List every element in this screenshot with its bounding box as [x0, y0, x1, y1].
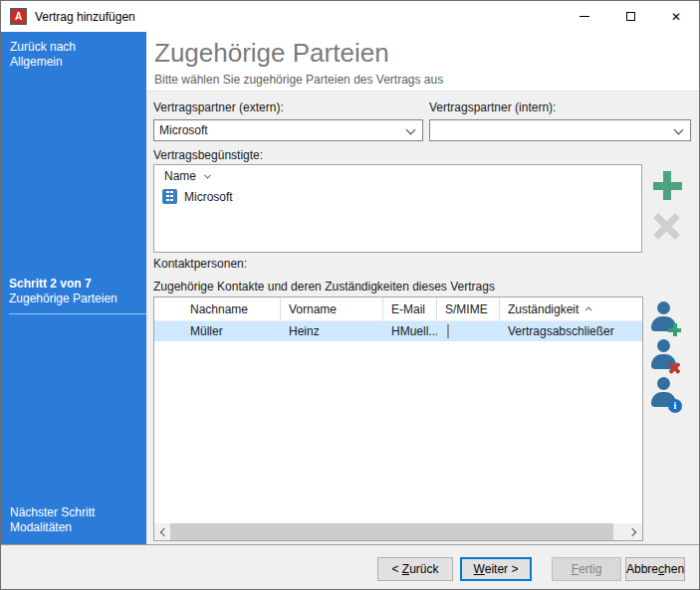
beneficiaries-list[interactable]: Name Microsoft	[153, 164, 642, 253]
contacts-table-header: Nachname Vorname E-Mail S/MIME Zuständig…	[154, 297, 642, 321]
contact-info-button[interactable]	[650, 377, 684, 411]
page-content: Vertragspartner (extern): Microsoft Vert…	[146, 91, 699, 544]
sidebar-next-step: Nächster Schritt Modalitäten	[10, 505, 95, 535]
close-icon	[671, 10, 681, 24]
next-button[interactable]: Weiter >	[460, 557, 532, 581]
add-contact-button[interactable]	[650, 301, 684, 335]
contacts-table: Nachname Vorname E-Mail S/MIME Zuständig…	[153, 296, 643, 541]
contacts-label: Kontaktpersonen:	[153, 257, 247, 271]
step-number: Schritt 2 von 7	[9, 277, 146, 292]
scrollbar-thumb[interactable]	[170, 523, 613, 540]
contacts-hint: Zugehörige Kontakte und deren Zuständigk…	[153, 280, 495, 294]
person-plus-icon	[668, 323, 682, 337]
dialog-footer: < Zurück Weiter > Fertig Abbrechen	[1, 544, 699, 589]
person-info-icon	[668, 399, 682, 413]
close-button[interactable]	[653, 1, 699, 32]
remove-beneficiary-button[interactable]	[652, 212, 682, 242]
maximize-button[interactable]	[607, 1, 653, 32]
smime-checkbox[interactable]	[447, 324, 449, 338]
column-email[interactable]: E-Mail	[383, 297, 437, 321]
beneficiaries-label: Vertragsbegünstigte:	[153, 148, 263, 162]
back-button[interactable]: < Zurück	[377, 557, 453, 581]
finish-button[interactable]: Fertig	[552, 557, 621, 581]
step-name: Zugehörige Parteien	[9, 292, 146, 306]
wizard-sidebar: Zurück nach Allgemein Schritt 2 von 7 Zu…	[1, 32, 146, 544]
person-x-icon	[668, 361, 682, 375]
titlebar: A Vertrag hinzufügen	[1, 1, 699, 32]
partner-intern-combobox[interactable]	[429, 119, 691, 141]
maximize-icon	[626, 12, 635, 21]
scroll-right-button[interactable]	[625, 523, 642, 540]
page-title: Zugehörige Parteien	[154, 38, 699, 69]
chevron-down-icon	[406, 125, 416, 135]
partner-intern-label: Vertragspartner (intern):	[429, 100, 556, 114]
sort-down-icon	[204, 171, 211, 178]
minimize-button[interactable]	[562, 1, 607, 32]
chevron-down-icon	[674, 125, 684, 135]
column-vorname[interactable]: Vorname	[281, 297, 383, 321]
page-subtitle: Bitte wählen Sie zugehörige Parteien des…	[154, 73, 699, 87]
chevron-right-icon	[628, 527, 636, 535]
cancel-button[interactable]: Abbrechen	[625, 557, 685, 581]
remove-contact-button[interactable]	[650, 339, 684, 373]
partner-extern-label: Vertragspartner (extern):	[153, 100, 284, 114]
chevron-left-icon	[160, 527, 168, 535]
add-beneficiary-button[interactable]	[653, 171, 683, 201]
sidebar-back-link[interactable]: Zurück nach Allgemein	[10, 40, 76, 70]
column-nachname[interactable]: Nachname	[182, 297, 281, 321]
horizontal-scrollbar[interactable]	[154, 523, 642, 540]
window-title: Vertrag hinzufügen	[35, 10, 135, 24]
minimize-icon	[580, 16, 589, 17]
sidebar-current-step: Schritt 2 von 7 Zugehörige Parteien	[9, 277, 146, 314]
table-row-contact[interactable]: Müller Heinz HMuell... Vertragsabschließ…	[154, 321, 642, 341]
beneficiaries-column-header[interactable]: Name	[164, 169, 210, 183]
building-icon	[162, 189, 177, 204]
scroll-left-button[interactable]	[154, 523, 171, 540]
list-item-beneficiary[interactable]: Microsoft	[154, 187, 641, 206]
dialog-vertrag-hinzufuegen: A Vertrag hinzufügen Zurück nach Allgeme…	[0, 0, 700, 590]
partner-extern-combobox[interactable]: Microsoft	[153, 119, 423, 141]
column-icon	[154, 297, 182, 321]
page-header: Zugehörige Parteien Bitte wählen Sie zug…	[146, 32, 699, 91]
column-zustaendigkeit[interactable]: Zuständigkeit	[500, 297, 642, 321]
app-logo-icon: A	[10, 8, 27, 25]
sort-up-icon	[585, 306, 592, 313]
column-smime[interactable]: S/MIME	[437, 297, 500, 321]
